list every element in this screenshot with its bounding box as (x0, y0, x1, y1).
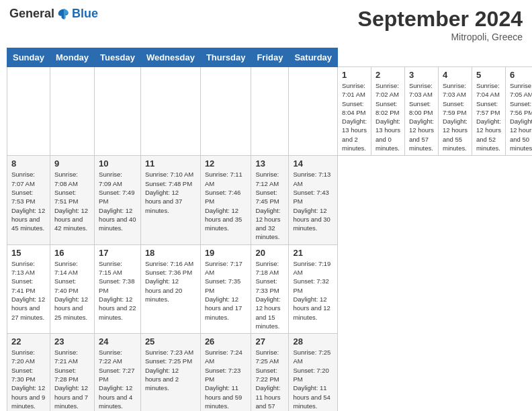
calendar-header-monday: Monday (50, 48, 94, 67)
day-info: Sunrise: 7:04 AMSunset: 7:57 PMDaylight:… (476, 81, 501, 152)
day-info: Sunrise: 7:20 AMSunset: 7:30 PMDaylight:… (11, 348, 46, 410)
day-number: 27 (255, 336, 284, 347)
day-info: Sunrise: 7:03 AMSunset: 7:59 PMDaylight:… (443, 81, 468, 152)
day-number: 23 (54, 336, 90, 347)
calendar-cell: 11Sunrise: 7:10 AMSunset: 7:48 PMDayligh… (140, 156, 200, 244)
calendar-cell (140, 67, 200, 156)
logo: General Blue (9, 7, 98, 21)
calendar-cell: 14Sunrise: 7:13 AMSunset: 7:43 PMDayligh… (289, 156, 338, 244)
day-number: 28 (293, 336, 333, 347)
day-number: 24 (99, 336, 136, 347)
day-info: Sunrise: 7:21 AMSunset: 7:28 PMDaylight:… (54, 348, 90, 410)
day-number: 2 (375, 70, 400, 80)
day-info: Sunrise: 7:05 AMSunset: 7:56 PMDaylight:… (510, 81, 532, 152)
day-number: 16 (54, 248, 90, 258)
day-number: 8 (11, 158, 46, 169)
logo-bird-icon (57, 7, 71, 21)
day-number: 13 (255, 158, 284, 169)
calendar-week-1: 1Sunrise: 7:01 AMSunset: 8:04 PMDaylight… (7, 67, 533, 156)
calendar-body: 1Sunrise: 7:01 AMSunset: 8:04 PMDaylight… (7, 67, 533, 412)
day-info: Sunrise: 7:13 AMSunset: 7:41 PMDaylight:… (11, 259, 46, 322)
calendar-header-row: SundayMondayTuesdayWednesdayThursdayFrid… (7, 48, 533, 67)
day-number: 10 (99, 158, 136, 169)
day-number: 14 (293, 158, 333, 169)
day-info: Sunrise: 7:07 AMSunset: 7:53 PMDaylight:… (11, 170, 46, 232)
logo-general-text: General (9, 7, 54, 21)
calendar-week-2: 8Sunrise: 7:07 AMSunset: 7:53 PMDaylight… (7, 156, 533, 244)
calendar-cell: 20Sunrise: 7:18 AMSunset: 7:33 PMDayligh… (251, 244, 289, 333)
day-number: 9 (54, 158, 90, 169)
day-number: 18 (145, 248, 196, 258)
day-info: Sunrise: 7:08 AMSunset: 7:51 PMDaylight:… (54, 170, 90, 232)
calendar-week-4: 22Sunrise: 7:20 AMSunset: 7:30 PMDayligh… (7, 334, 533, 411)
day-info: Sunrise: 7:15 AMSunset: 7:38 PMDaylight:… (99, 259, 136, 322)
day-number: 17 (99, 248, 136, 258)
calendar-header-tuesday: Tuesday (95, 48, 141, 67)
day-number: 15 (11, 248, 46, 258)
title-section: September 2024 Mitropoli, Greece (358, 7, 523, 42)
day-info: Sunrise: 7:18 AMSunset: 7:33 PMDaylight:… (255, 259, 284, 330)
day-number: 26 (205, 336, 247, 347)
calendar-cell: 18Sunrise: 7:16 AMSunset: 7:36 PMDayligh… (140, 244, 200, 333)
location-text: Mitropoli, Greece (358, 32, 523, 42)
calendar-cell: 25Sunrise: 7:23 AMSunset: 7:25 PMDayligh… (140, 334, 200, 411)
day-info: Sunrise: 7:09 AMSunset: 7:49 PMDaylight:… (99, 170, 136, 232)
calendar-cell: 23Sunrise: 7:21 AMSunset: 7:28 PMDayligh… (50, 334, 94, 411)
calendar-cell: 17Sunrise: 7:15 AMSunset: 7:38 PMDayligh… (95, 244, 141, 333)
calendar-week-3: 15Sunrise: 7:13 AMSunset: 7:41 PMDayligh… (7, 244, 533, 333)
day-info: Sunrise: 7:10 AMSunset: 7:48 PMDaylight:… (145, 170, 196, 214)
logo-blue-text: Blue (72, 7, 98, 21)
page-header: General Blue September 2024 Mitropoli, G… (7, 7, 525, 42)
calendar-cell: 16Sunrise: 7:14 AMSunset: 7:40 PMDayligh… (50, 244, 94, 333)
day-info: Sunrise: 7:24 AMSunset: 7:23 PMDaylight:… (205, 348, 247, 410)
day-info: Sunrise: 7:03 AMSunset: 8:00 PMDaylight:… (409, 81, 434, 152)
day-number: 21 (293, 248, 333, 258)
calendar-cell: 1Sunrise: 7:01 AMSunset: 8:04 PMDaylight… (338, 67, 371, 156)
calendar-cell: 12Sunrise: 7:11 AMSunset: 7:46 PMDayligh… (200, 156, 251, 244)
day-number: 25 (145, 336, 196, 347)
day-info: Sunrise: 7:25 AMSunset: 7:20 PMDaylight:… (293, 348, 333, 410)
calendar-cell (251, 67, 289, 156)
calendar-cell: 2Sunrise: 7:02 AMSunset: 8:02 PMDaylight… (371, 67, 405, 156)
calendar-cell: 10Sunrise: 7:09 AMSunset: 7:49 PMDayligh… (95, 156, 141, 244)
day-number: 22 (11, 336, 46, 347)
calendar-cell: 9Sunrise: 7:08 AMSunset: 7:51 PMDaylight… (50, 156, 94, 244)
calendar-header-wednesday: Wednesday (140, 48, 200, 67)
calendar-cell: 27Sunrise: 7:25 AMSunset: 7:22 PMDayligh… (251, 334, 289, 411)
calendar-cell (95, 67, 141, 156)
day-info: Sunrise: 7:19 AMSunset: 7:32 PMDaylight:… (293, 259, 333, 322)
calendar-cell (289, 67, 338, 156)
day-number: 1 (342, 70, 367, 80)
day-info: Sunrise: 7:22 AMSunset: 7:27 PMDaylight:… (99, 348, 136, 410)
calendar-cell: 8Sunrise: 7:07 AMSunset: 7:53 PMDaylight… (7, 156, 50, 244)
day-number: 6 (510, 70, 532, 80)
calendar-header-sunday: Sunday (7, 48, 50, 67)
day-info: Sunrise: 7:17 AMSunset: 7:35 PMDaylight:… (205, 259, 247, 322)
calendar-cell: 13Sunrise: 7:12 AMSunset: 7:45 PMDayligh… (251, 156, 289, 244)
day-info: Sunrise: 7:12 AMSunset: 7:45 PMDaylight:… (255, 170, 284, 241)
calendar-cell: 28Sunrise: 7:25 AMSunset: 7:20 PMDayligh… (289, 334, 338, 411)
day-info: Sunrise: 7:23 AMSunset: 7:25 PMDaylight:… (145, 348, 196, 392)
day-info: Sunrise: 7:01 AMSunset: 8:04 PMDaylight:… (342, 81, 367, 152)
calendar-cell: 24Sunrise: 7:22 AMSunset: 7:27 PMDayligh… (95, 334, 141, 411)
calendar-cell: 6Sunrise: 7:05 AMSunset: 7:56 PMDaylight… (505, 67, 532, 156)
calendar-header-friday: Friday (251, 48, 289, 67)
month-title: September 2024 (358, 7, 523, 32)
calendar-cell: 5Sunrise: 7:04 AMSunset: 7:57 PMDaylight… (472, 67, 505, 156)
calendar-header-thursday: Thursday (200, 48, 251, 67)
day-number: 12 (205, 158, 247, 169)
day-number: 19 (205, 248, 247, 258)
calendar-cell: 22Sunrise: 7:20 AMSunset: 7:30 PMDayligh… (7, 334, 50, 411)
day-info: Sunrise: 7:25 AMSunset: 7:22 PMDaylight:… (255, 348, 284, 411)
calendar-cell: 21Sunrise: 7:19 AMSunset: 7:32 PMDayligh… (289, 244, 338, 333)
calendar-cell (7, 67, 50, 156)
calendar-header-saturday: Saturday (289, 48, 338, 67)
day-info: Sunrise: 7:11 AMSunset: 7:46 PMDaylight:… (205, 170, 247, 232)
day-number: 3 (409, 70, 434, 80)
calendar-table: SundayMondayTuesdayWednesdayThursdayFrid… (7, 48, 532, 411)
calendar-cell: 19Sunrise: 7:17 AMSunset: 7:35 PMDayligh… (200, 244, 251, 333)
day-info: Sunrise: 7:14 AMSunset: 7:40 PMDaylight:… (54, 259, 90, 322)
day-number: 11 (145, 158, 196, 169)
day-number: 4 (443, 70, 468, 80)
day-info: Sunrise: 7:02 AMSunset: 8:02 PMDaylight:… (375, 81, 400, 152)
